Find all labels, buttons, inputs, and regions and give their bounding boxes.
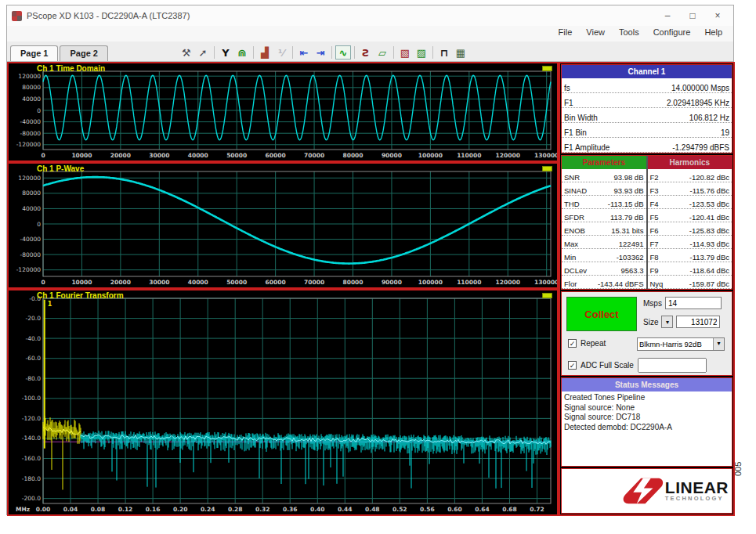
svg-text:0: 0 xyxy=(41,279,45,286)
toolbar-separator xyxy=(292,46,293,59)
dual-peaks-icon[interactable]: ⋒ xyxy=(234,45,250,60)
svg-text:-40000: -40000 xyxy=(20,118,41,125)
harmonics-header: Harmonics xyxy=(648,156,732,169)
menu-item-tools[interactable]: Tools xyxy=(619,27,639,41)
side-panel: Channel 1 fs14.000000 MspsF12.029418945 … xyxy=(559,62,735,516)
msps-input[interactable] xyxy=(665,297,722,309)
table-row: SINAD93.93 dB xyxy=(562,182,646,196)
table-row: F5-120.41 dBc xyxy=(648,209,732,222)
channel-indicator[interactable] xyxy=(542,293,552,298)
svg-text:0.36: 0.36 xyxy=(283,506,298,513)
svg-text:110000: 110000 xyxy=(457,152,481,159)
collapse-time-icon[interactable]: ⇤ xyxy=(296,45,312,60)
svg-text:0.28: 0.28 xyxy=(228,506,243,513)
svg-text:-120.0: -120.0 xyxy=(22,415,41,422)
window-combo[interactable]: Blkmn-Harris 92dB ▾ xyxy=(637,337,725,351)
table-row: fs14.000000 Msps xyxy=(562,78,732,93)
svg-text:0.40: 0.40 xyxy=(310,506,325,513)
tab-bar: Page 1 Page 2 ⚒➚Y⋒▟⅟⇤⇥∿Ƨ▱▧▨⊓▦ xyxy=(7,41,733,62)
adc-full-scale-checkbox[interactable]: ✓ xyxy=(568,361,577,370)
plot-title: Ch 1 Fourier Transform xyxy=(37,291,124,300)
svg-text:90000: 90000 xyxy=(382,152,402,159)
window-shape-icon[interactable]: ▱ xyxy=(374,45,390,60)
svg-text:0.68: 0.68 xyxy=(502,506,517,513)
plot-title: Ch 1 Time Domain xyxy=(37,64,105,73)
svg-text:0.64: 0.64 xyxy=(475,506,490,513)
svg-text:0.60: 0.60 xyxy=(447,506,462,513)
export-report-icon[interactable]: ▧ xyxy=(397,45,413,60)
filter-wave-icon[interactable]: ∿ xyxy=(335,45,351,60)
toolbar: ⚒➚Y⋒▟⅟⇤⇥∿Ƨ▱▧▨⊓▦ xyxy=(179,45,468,60)
svg-text:120000: 120000 xyxy=(496,279,520,286)
menu-item-help[interactable]: Help xyxy=(704,27,722,41)
probe-tools-icon[interactable]: ⚒ xyxy=(179,45,194,60)
minimize-button[interactable]: – xyxy=(657,8,678,23)
maximize-button[interactable]: □ xyxy=(682,8,704,23)
channel-rows: fs14.000000 MspsF12.029418945 KHzBin Wid… xyxy=(562,78,732,153)
svg-text:0.16: 0.16 xyxy=(146,506,161,513)
expand-time-icon[interactable]: ⇥ xyxy=(313,45,328,60)
status-header: Status Messages xyxy=(562,378,732,391)
tab-page-2[interactable]: Page 2 xyxy=(60,45,107,61)
svg-text:110000: 110000 xyxy=(457,279,481,286)
brand-name: LINEAR xyxy=(665,480,729,495)
channel-indicator[interactable] xyxy=(542,166,552,171)
table-row: F2-120.82 dBc xyxy=(648,169,732,182)
table-row: DCLev9563.3 xyxy=(562,262,646,276)
fourier-transform-plot[interactable]: 1-0.0-20.0-40.0-60.0-80.0-100.0-120.0-14… xyxy=(7,289,559,516)
menu-item-view[interactable]: View xyxy=(586,27,605,41)
repeat-checkbox[interactable]: ✓ xyxy=(568,339,577,348)
export-data-icon[interactable]: ▨ xyxy=(414,45,429,60)
pan-cursor-icon[interactable]: ➚ xyxy=(195,45,211,60)
window-title: PScope XD K103 - DC2290A-A (LTC2387) xyxy=(27,11,657,20)
svg-text:120000: 120000 xyxy=(18,175,41,182)
svg-text:0: 0 xyxy=(41,152,45,159)
channel-indicator[interactable] xyxy=(542,66,552,71)
svg-text:20000: 20000 xyxy=(110,279,131,286)
figure: PScope XD K103 - DC2290A-A (LTC2387) – □… xyxy=(0,0,756,534)
tab-page-1[interactable]: Page 1 xyxy=(10,45,58,61)
channel-header: Channel 1 xyxy=(562,65,732,78)
table-row: F12.029418945 KHz xyxy=(562,93,732,108)
menu-item-configure[interactable]: Configure xyxy=(653,27,691,41)
svg-text:0.44: 0.44 xyxy=(338,506,353,513)
time-domain-plot[interactable]: 12000080000400000-40000-80000-1200000100… xyxy=(7,62,559,162)
table-row: Min-103362 xyxy=(562,249,646,262)
close-button[interactable]: × xyxy=(707,8,729,23)
table-row: Flor-143.44 dBFS xyxy=(562,276,646,289)
parameters-header: Parameters xyxy=(562,156,646,169)
window-combo-value: Blkmn-Harris 92dB xyxy=(638,340,713,348)
size-dropdown-button[interactable]: ▾ xyxy=(661,316,673,328)
integral-icon[interactable]: Ƨ xyxy=(358,45,374,60)
svg-text:40000: 40000 xyxy=(22,205,41,212)
figure-number: 005 xyxy=(733,462,743,476)
phase-icon[interactable]: ⅟ xyxy=(273,45,289,60)
size-label: Size xyxy=(643,318,658,327)
svg-text:0.52: 0.52 xyxy=(392,506,407,513)
svg-text:-60.0: -60.0 xyxy=(26,355,42,362)
histogram-icon[interactable]: ▟ xyxy=(257,45,273,60)
table-row: ENOB15.31 bits xyxy=(562,222,646,236)
status-message: Signal source: DC718 xyxy=(564,413,729,423)
svg-text:10000: 10000 xyxy=(71,279,92,286)
p-wave-plot[interactable]: 12000080000400000-40000-80000-1200000100… xyxy=(7,162,559,289)
size-input[interactable] xyxy=(676,316,720,328)
measurements-box: Parameters SNR93.98 dBSINAD93.93 dBTHD-1… xyxy=(561,155,732,290)
svg-text:0.56: 0.56 xyxy=(420,506,435,513)
screenshot-icon[interactable]: ▦ xyxy=(453,45,468,60)
toolbar-separator xyxy=(393,46,394,59)
square-wave-icon[interactable]: ⊓ xyxy=(436,45,452,60)
harmonics-rows: F2-120.82 dBcF3-115.76 dBcF4-123.53 dBcF… xyxy=(648,169,732,289)
svg-text:-200.0: -200.0 xyxy=(22,495,41,502)
svg-text:0.32: 0.32 xyxy=(255,506,270,513)
status-messages-box: Status Messages Created Tones PipelineSi… xyxy=(561,377,732,467)
y-axis-icon[interactable]: Y xyxy=(218,45,233,60)
adc-full-scale-input[interactable] xyxy=(638,358,707,373)
menu-item-file[interactable]: File xyxy=(559,27,573,41)
table-row: SNR93.98 dB xyxy=(562,169,646,182)
toolbar-separator xyxy=(354,46,355,59)
svg-text:90000: 90000 xyxy=(382,279,402,286)
table-row: F6-125.83 dBc xyxy=(648,222,732,236)
table-row: F8-113.79 dBc xyxy=(648,249,732,262)
collect-button[interactable]: Collect xyxy=(566,297,637,331)
